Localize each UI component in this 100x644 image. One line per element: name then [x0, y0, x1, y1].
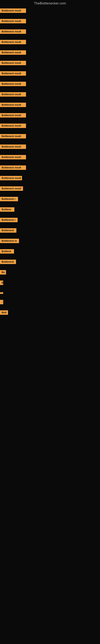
bottleneck-row: Bottleneck result: [0, 174, 100, 185]
bottleneck-row: Bottlene: [0, 206, 100, 216]
bottleneck-label[interactable]: Bottleneck result: [0, 155, 26, 160]
bottleneck-label[interactable]: Bottleneck result: [0, 186, 23, 191]
bottleneck-label[interactable]: Bott: [0, 310, 8, 315]
bottleneck-row: Bottleneck re: [0, 237, 100, 248]
bottleneck-label[interactable]: Bottleneck result: [0, 19, 26, 23]
bottleneck-row: Bottleneck result: [0, 143, 100, 153]
page-wrapper: TheBottlenecker.com Bottleneck resultBot…: [0, 0, 100, 644]
bottleneck-label[interactable]: Bottleneck result: [0, 8, 26, 13]
bottleneck-row: Bott: [0, 309, 100, 319]
bottleneck-row: [0, 290, 100, 298]
bottleneck-label[interactable]: Bottleneck result: [0, 82, 26, 86]
bottleneck-label[interactable]: Bottlene: [0, 207, 14, 212]
bottleneck-row: Bottleneck result: [0, 153, 100, 164]
bottleneck-label[interactable]: Bottleneck result: [0, 144, 26, 149]
bottleneck-row: Bottlene: [0, 248, 100, 258]
bottleneck-row: Bottleneck result: [0, 80, 100, 90]
bottleneck-row: Bottleneck result: [0, 90, 100, 101]
bottleneck-label[interactable]: Bottleneck result: [0, 92, 26, 96]
bottleneck-label[interactable]: Bottleneck result: [0, 134, 26, 138]
bottleneck-row: Bottleneck result: [0, 122, 100, 132]
bottleneck-label[interactable]: Bottleneck: [0, 228, 16, 233]
bottleneck-label[interactable]: Bottleneck result: [0, 124, 26, 128]
bottleneck-label[interactable]: Bottleneck result: [0, 103, 26, 107]
bottleneck-label[interactable]: Bottleneck re: [0, 239, 19, 243]
bottleneck-row: Bottleneck result: [0, 112, 100, 122]
bottleneck-label[interactable]: Bottleneck r: [0, 218, 18, 222]
bottleneck-label[interactable]: Bottleneck result: [0, 40, 26, 44]
bottleneck-label[interactable]: Bottleneck r: [0, 197, 18, 201]
bottleneck-label[interactable]: B: [0, 280, 3, 285]
bottleneck-row: B: [0, 279, 100, 290]
bottleneck-row: Bottleneck: [0, 258, 100, 268]
bottleneck-row: :: [0, 298, 100, 309]
bottleneck-row: Bottleneck r: [0, 195, 100, 206]
bottleneck-label[interactable]: Bottleneck result: [0, 50, 26, 55]
bottleneck-row: Bottleneck result: [0, 28, 100, 38]
bottleneck-row: Bottleneck result: [0, 132, 100, 143]
bottleneck-label[interactable]: Bottleneck: [0, 260, 16, 264]
bottleneck-row: Bottleneck result: [0, 185, 100, 195]
bottleneck-row: Bottleneck: [0, 226, 100, 237]
bottleneck-row: Bottleneck result: [0, 17, 100, 28]
bottleneck-row: Bottleneck result: [0, 101, 100, 112]
bottleneck-label[interactable]: Bottleneck result: [0, 61, 26, 65]
bottleneck-row: Bottleneck r: [0, 216, 100, 226]
bottleneck-row: Bottleneck result: [0, 7, 100, 17]
site-title: TheBottlenecker.com: [0, 0, 100, 6]
bottleneck-label[interactable]: Bottleneck result: [0, 30, 26, 34]
bottleneck-label[interactable]: Bottleneck result: [0, 113, 26, 118]
bottleneck-label[interactable]: Bottleneck result: [0, 166, 26, 170]
bottleneck-row: Bottleneck result: [0, 164, 100, 174]
bottleneck-label[interactable]: :: [0, 300, 3, 304]
bottleneck-row: Bottleneck result: [0, 70, 100, 80]
bottleneck-label[interactable]: [0, 292, 3, 294]
bottleneck-label[interactable]: Bottleneck result: [0, 176, 22, 180]
bottleneck-row: Bottleneck result: [0, 59, 100, 70]
bottleneck-label[interactable]: Bo: [0, 270, 6, 274]
bottleneck-label[interactable]: Bottleneck result: [0, 71, 26, 76]
bottleneck-row: Bottleneck result: [0, 49, 100, 59]
bottleneck-list: Bottleneck resultBottleneck resultBottle…: [0, 7, 100, 319]
bottleneck-row: Bo: [0, 268, 100, 279]
bottleneck-label[interactable]: Bottlene: [0, 249, 14, 254]
bottleneck-row: Bottleneck result: [0, 38, 100, 49]
